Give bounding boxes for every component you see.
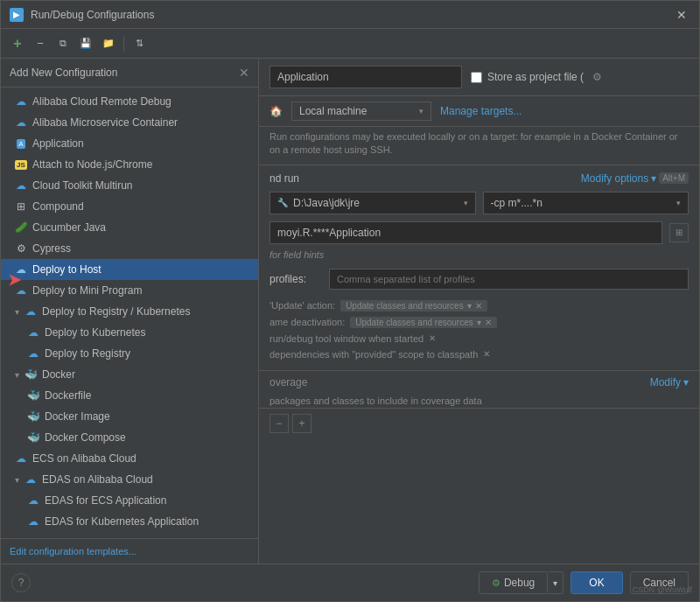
list-item-ecs[interactable]: ☁ ECS on Alibaba Cloud <box>1 448 258 469</box>
docker-icon: 🐳 <box>27 431 39 444</box>
add-configuration-button[interactable]: + <box>8 34 27 53</box>
expand-button[interactable]: ⊞ <box>669 223 689 242</box>
folder-button[interactable]: 📁 <box>99 34 118 53</box>
tag-close-button[interactable]: ✕ <box>429 333 436 343</box>
chevron-down-icon[interactable]: ▾ <box>467 301 472 311</box>
list-item-deploy-registry-group[interactable]: ▾ ☁ Deploy to Registry / Kubernetes <box>1 301 258 322</box>
list-item-deploy-registry[interactable]: ☁ Deploy to Registry <box>1 343 258 364</box>
app-icon: A <box>15 137 27 150</box>
list-item-edas-ecs[interactable]: ☁ EDAS for ECS Application <box>1 490 258 511</box>
tag-close-button[interactable]: ✕ <box>485 318 492 327</box>
list-item-application[interactable]: A Application <box>1 133 258 154</box>
cloud-icon: ☁ <box>15 179 27 192</box>
cloud-icon: ☁ <box>27 326 39 339</box>
cloud-icon: ☁ <box>24 305 37 318</box>
jdk-cp-row: 🔧 D:\Java\jdk\jre ▾ -cp m*....*n ▾ <box>259 188 699 218</box>
docker-icon: 🐳 <box>24 368 37 381</box>
list-item-deploy-kubernetes[interactable]: ☁ Deploy to Kubernetes <box>1 322 258 343</box>
chevron-icon: ▾ <box>15 370 19 380</box>
list-item-edas-kubernetes[interactable]: ☁ EDAS for Kubernetes Application <box>1 511 258 532</box>
sort-button[interactable]: ⇅ <box>130 34 149 53</box>
help-button[interactable]: ? <box>11 573 31 592</box>
main-toolbar: + − ⧉ 💾 📁 ⇅ <box>1 29 699 59</box>
chevron-icon: ▾ <box>15 475 19 485</box>
list-item-docker-group[interactable]: ▾ 🐳 Docker <box>1 364 258 385</box>
bottom-toolbar: − + <box>259 408 699 438</box>
cloud-icon: ☁ <box>15 452 27 465</box>
main-class-row: ⊞ <box>259 218 699 248</box>
ok-button[interactable]: OK <box>570 571 622 594</box>
modify-options-link[interactable]: Modify options ▾ Alt+M <box>581 172 689 185</box>
hint-text: Run configurations may be executed local… <box>259 127 699 165</box>
title-bar: ▶ Run/Debug Configurations ✕ <box>1 1 699 29</box>
list-item-cypress[interactable]: ⚙ Cypress <box>1 238 258 259</box>
cloud-icon: ☁ <box>15 116 27 129</box>
copy-configuration-button[interactable]: ⧉ <box>53 34 73 53</box>
tag-close-button[interactable]: ✕ <box>483 349 490 359</box>
left-panel-title: Add New Configuration <box>10 66 117 79</box>
debug-button[interactable]: ⚙ Debug <box>479 571 548 594</box>
coverage-modify-link[interactable]: Modify ▾ <box>650 376 689 388</box>
docker-icon: 🐳 <box>27 410 39 423</box>
dialog-footer: ? ⚙ Debug ▾ OK Cancel <box>1 564 699 601</box>
tag-row-deactivation: ame deactivation: Update classes and res… <box>270 317 689 328</box>
list-item-cloud-toolkit[interactable]: ☁ Cloud Toolkit Multirun <box>1 175 258 196</box>
plus-button[interactable]: + <box>292 414 312 433</box>
dialog-close-button[interactable]: ✕ <box>673 6 690 24</box>
tag-badge-deactivation: Update classes and resources ▾ ✕ <box>350 317 497 328</box>
edit-templates-link[interactable]: Edit configuration templates... <box>1 538 258 564</box>
save-configuration-button[interactable]: 💾 <box>76 34 95 53</box>
cucumber-icon: 🥒 <box>15 221 27 234</box>
cloud-icon: ☁ <box>27 347 39 360</box>
profiles-row: profiles: <box>259 265 699 293</box>
bottom-toolbar-left: − + <box>270 414 312 433</box>
jdk-select[interactable]: 🔧 D:\Java\jdk\jre ▾ <box>270 192 476 214</box>
docker-icon: 🐳 <box>27 389 39 402</box>
list-item-deploy-mini[interactable]: ☁ Deploy to Mini Program <box>1 280 258 301</box>
home-icon: 🏠 <box>270 105 283 117</box>
tag-badge-update: Update classes and resources ▾ ✕ <box>340 300 487 312</box>
chevron-down-icon: ▾ <box>683 376 689 388</box>
list-item-edas-group[interactable]: ▾ ☁ EDAS on Alibaba Cloud <box>1 469 258 490</box>
chevron-down-icon: ▾ <box>464 199 468 207</box>
chevron-down-icon: ▾ <box>15 307 19 317</box>
field-hints: for field hints <box>259 248 699 265</box>
list-item-docker-compose[interactable]: 🐳 Docker Compose <box>1 427 258 448</box>
store-project-file-label: Store as project file ( <box>471 71 584 83</box>
list-item-deploy-host[interactable]: ☁ Deploy to Host <box>1 259 258 280</box>
remove-configuration-button[interactable]: − <box>31 34 50 53</box>
js-icon: JS <box>15 158 27 171</box>
cloud-icon: ☁ <box>27 494 39 507</box>
list-item-docker-image[interactable]: 🐳 Docker Image <box>1 406 258 427</box>
left-panel-close-button[interactable]: ✕ <box>239 66 249 80</box>
arrow-indicator: ➤ <box>8 270 21 290</box>
profiles-label: profiles: <box>270 273 322 285</box>
app-name-row: Store as project file ( ⚙ <box>259 59 699 96</box>
store-project-file-checkbox[interactable] <box>471 72 482 83</box>
debug-dropdown-button[interactable]: ▾ <box>548 571 564 594</box>
cp-select[interactable]: -cp m*....*n ▾ <box>483 192 690 214</box>
footer-left: ? <box>11 573 31 592</box>
manage-targets-link[interactable]: Manage targets... <box>440 105 522 117</box>
main-class-input[interactable] <box>270 221 662 244</box>
list-item-alibaba-cloud[interactable]: ☁ Alibaba Cloud Remote Debug <box>1 91 258 112</box>
right-panel: Store as project file ( ⚙ 🏠 Local machin… <box>259 59 699 564</box>
app-name-input[interactable] <box>270 66 462 88</box>
coverage-row: overage Modify ▾ <box>259 370 699 394</box>
gear-icon[interactable]: ⚙ <box>592 71 602 83</box>
watermark: CSDN @WuWulf <box>633 585 692 594</box>
list-item-dockerfile[interactable]: 🐳 Dockerfile <box>1 385 258 406</box>
local-machine-select[interactable]: Local machine ▾ <box>291 102 431 121</box>
list-item-cucumber-java[interactable]: 🥒 Cucumber Java <box>1 217 258 238</box>
debug-icon: ⚙ <box>492 578 500 589</box>
tag-close-button[interactable]: ✕ <box>475 301 482 311</box>
list-item-attach-node[interactable]: JS Attach to Node.js/Chrome <box>1 154 258 175</box>
chevron-down-icon[interactable]: ▾ <box>477 318 481 327</box>
profiles-input[interactable] <box>329 269 689 290</box>
list-item-compound[interactable]: ⊞ Compound <box>1 196 258 217</box>
minus-button[interactable]: − <box>270 414 289 433</box>
tags-section: 'Update' action: Update classes and reso… <box>259 293 699 367</box>
debug-btn-group: ⚙ Debug ▾ <box>479 571 564 594</box>
compound-icon: ⊞ <box>15 200 27 213</box>
list-item-alibaba-micro[interactable]: ☁ Alibaba Microservice Container <box>1 112 258 133</box>
